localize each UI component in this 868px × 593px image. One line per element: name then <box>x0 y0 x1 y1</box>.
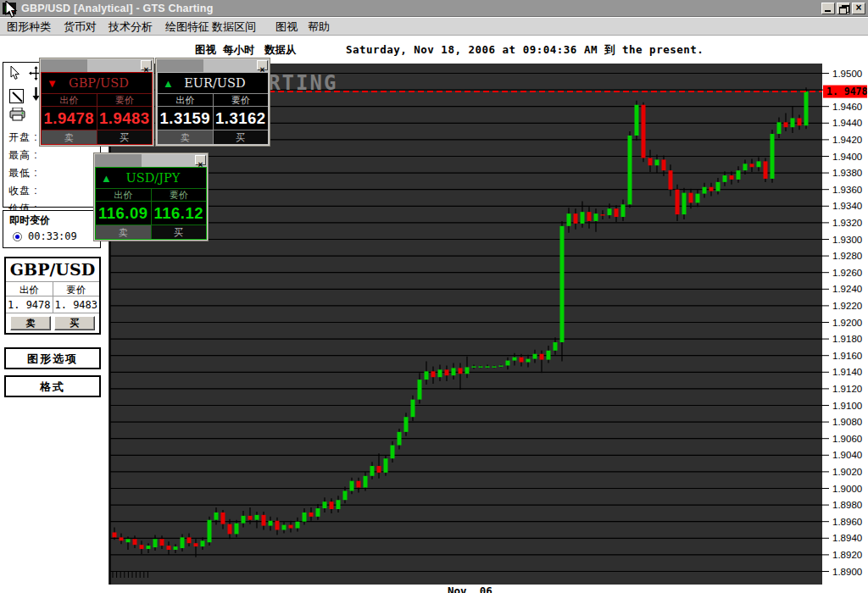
graph-options-button[interactable]: 图形选项 <box>4 347 101 369</box>
sell-button[interactable]: 卖 <box>158 130 214 144</box>
svg-text:1.9160: 1.9160 <box>832 351 862 361</box>
svg-text:1.9500: 1.9500 <box>832 69 862 79</box>
panel-titlebar[interactable] <box>157 59 269 72</box>
bid-label: 出价 <box>96 189 152 201</box>
info-from-label: 数据从 <box>264 43 297 58</box>
menu-help[interactable]: 帮助 <box>308 19 330 35</box>
svg-text:1.8900: 1.8900 <box>832 567 862 577</box>
print-icon[interactable] <box>9 108 26 125</box>
panel-pair: USD/JPY <box>112 171 194 185</box>
svg-text:1. 9478: 1. 9478 <box>826 86 868 97</box>
svg-text:1.9400: 1.9400 <box>832 152 862 162</box>
menu-currency-pair[interactable]: 货币对 <box>64 19 97 35</box>
svg-text:1.9240: 1.9240 <box>832 284 862 294</box>
svg-text:1.9220: 1.9220 <box>832 301 862 311</box>
svg-text:1.9080: 1.9080 <box>832 417 862 427</box>
stat-high: 最高 : <box>3 147 100 165</box>
tick-countdown: 00:33:09 <box>28 230 77 242</box>
quote-box-bid-label: 出价 <box>6 282 53 296</box>
minimize-button[interactable] <box>821 3 835 14</box>
svg-text:1.8920: 1.8920 <box>832 550 862 560</box>
tick-panel: 即时变价 00:33:09 <box>3 210 101 248</box>
bid-value: 1.9478 <box>42 107 97 130</box>
svg-text:1.9360: 1.9360 <box>832 185 862 195</box>
info-interval-label: 每小时 <box>223 43 255 58</box>
menu-view[interactable]: 图视 <box>275 19 298 35</box>
restore-button[interactable] <box>837 3 850 14</box>
svg-text:1.9460: 1.9460 <box>832 102 862 112</box>
ask-value: 116.12 <box>152 202 207 224</box>
ask-label: 要价 <box>214 94 269 106</box>
panel-titlebar[interactable] <box>41 59 153 72</box>
info-view-label: 图视 <box>195 43 216 58</box>
svg-text:1.9120: 1.9120 <box>832 384 862 394</box>
info-date-range: Saturday, Nov 18, 2006 at 09:04:36 AM 到 … <box>346 43 704 58</box>
svg-text:1.9040: 1.9040 <box>832 450 862 460</box>
close-button[interactable] <box>852 3 865 14</box>
menu-technical-analysis[interactable]: 技术分析 <box>108 19 153 35</box>
svg-text:1.9100: 1.9100 <box>832 401 862 411</box>
menu-chart-type[interactable]: 图形种类 <box>7 19 51 35</box>
stat-low: 最低 : <box>3 165 100 183</box>
svg-text:1.9420: 1.9420 <box>832 135 862 145</box>
usdjpy-floating-panel[interactable]: USD/JPY 出价 要价 116.09 116.12 卖 买 <box>93 152 209 241</box>
sell-button[interactable]: 卖 <box>96 225 152 239</box>
down-trend-icon <box>47 77 58 90</box>
svg-text:1.8940: 1.8940 <box>832 533 862 543</box>
sell-button[interactable]: 卖 <box>10 316 51 330</box>
svg-text:1.9340: 1.9340 <box>832 201 862 211</box>
bid-value: 1.3159 <box>158 107 214 130</box>
svg-text:1.9440: 1.9440 <box>832 118 862 128</box>
ask-label: 要价 <box>97 94 153 106</box>
ask-value: 1.3162 <box>214 107 269 130</box>
svg-text:1.8960: 1.8960 <box>832 517 862 527</box>
menu-bar: 图形种类 货币对 技术分析 绘图特征 数据区间 图视 帮助 <box>0 18 868 36</box>
svg-text:1.9260: 1.9260 <box>832 268 862 278</box>
eurusd-floating-panel[interactable]: EUR/USD 出价 要价 1.3159 1.3162 卖 买 <box>155 58 270 147</box>
close-icon[interactable] <box>195 155 206 165</box>
gbpusd-floating-panel[interactable]: GBP/USD 出价 要价 1.9478 1.9483 卖 买 <box>39 58 154 147</box>
svg-text:1.9000: 1.9000 <box>832 484 862 494</box>
svg-text:1.9140: 1.9140 <box>832 367 862 377</box>
buy-button[interactable]: 买 <box>214 130 269 144</box>
svg-text:1.8980: 1.8980 <box>832 500 862 510</box>
bid-label: 出价 <box>158 94 214 106</box>
buy-button[interactable]: 买 <box>97 130 153 144</box>
svg-text:1.9020: 1.9020 <box>832 467 862 477</box>
menu-data-range[interactable]: 数据区间 <box>212 19 256 35</box>
tick-radio-button[interactable] <box>13 232 22 241</box>
buy-button[interactable]: 买 <box>152 225 207 239</box>
panel-pair: GBP/USD <box>58 76 140 90</box>
up-trend-icon <box>101 172 112 185</box>
window-title: GBP/USD [Analytical] - GTS Charting <box>21 3 213 14</box>
panel-titlebar[interactable] <box>95 154 207 167</box>
menu-drawing-features[interactable]: 绘图特征 <box>165 19 209 35</box>
quote-box-ask: 1. 9483 <box>53 296 100 313</box>
format-button[interactable]: 格式 <box>4 375 101 397</box>
bid-label: 出价 <box>42 94 97 106</box>
line-tool-icon[interactable] <box>9 89 24 103</box>
svg-text:1.9300: 1.9300 <box>832 235 862 245</box>
quote-box-bid: 1. 9478 <box>6 296 53 313</box>
tick-panel-label: 即时变价 <box>3 211 100 228</box>
svg-text:1.9180: 1.9180 <box>832 334 862 344</box>
pointer-tool-icon[interactable] <box>9 66 21 84</box>
window-titlebar: GBP/USD [Analytical] - GTS Charting <box>0 0 868 17</box>
panel-pair: EUR/USD <box>174 76 256 90</box>
close-icon[interactable] <box>257 60 268 70</box>
svg-text:1.9280: 1.9280 <box>832 251 862 261</box>
ask-value: 1.9483 <box>97 107 153 130</box>
svg-text:Nov, 06: Nov, 06 <box>448 585 492 593</box>
svg-text:1.9060: 1.9060 <box>832 434 862 444</box>
bid-value: 116.09 <box>96 202 152 224</box>
close-icon[interactable] <box>141 60 152 70</box>
stat-close: 收盘 : <box>3 183 100 201</box>
mouse-cursor-icon <box>5 1 19 19</box>
sell-button[interactable]: 卖 <box>42 130 97 144</box>
ask-label: 要价 <box>152 189 207 201</box>
buy-button[interactable]: 买 <box>54 316 95 330</box>
quote-box-ask-label: 要价 <box>53 282 100 296</box>
quote-box-pair: GBP/USD <box>6 258 99 281</box>
up-trend-icon <box>163 77 174 90</box>
gbpusd-quote-box: GBP/USD 出价 要价 1. 9478 1. 9483 卖 买 <box>4 257 101 335</box>
